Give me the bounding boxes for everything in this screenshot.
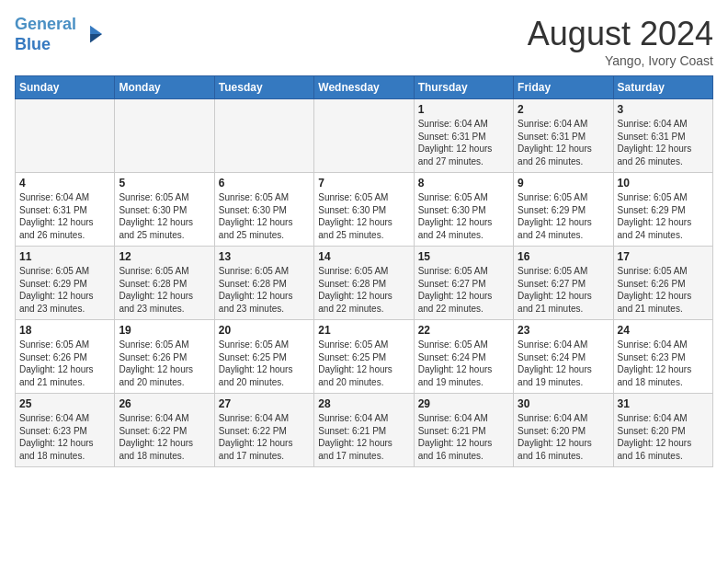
day-number: 23 xyxy=(518,324,609,337)
day-info: Sunrise: 6:05 AM Sunset: 6:26 PM Dayligh… xyxy=(119,339,210,388)
day-info: Sunrise: 6:05 AM Sunset: 6:29 PM Dayligh… xyxy=(518,191,609,241)
calendar-cell: 10Sunrise: 6:05 AM Sunset: 6:29 PM Dayli… xyxy=(613,173,712,247)
day-info: Sunrise: 6:05 AM Sunset: 6:28 PM Dayligh… xyxy=(119,265,210,315)
header-cell-thursday: Thursday xyxy=(414,76,513,99)
location-subtitle: Yango, Ivory Coast xyxy=(528,53,713,68)
day-number: 18 xyxy=(19,324,110,337)
calendar-cell: 20Sunrise: 6:05 AM Sunset: 6:25 PM Dayli… xyxy=(214,320,313,394)
calendar-cell: 4Sunrise: 6:04 AM Sunset: 6:31 PM Daylig… xyxy=(16,173,115,247)
calendar-cell: 23Sunrise: 6:04 AM Sunset: 6:24 PM Dayli… xyxy=(514,320,613,394)
day-info: Sunrise: 6:04 AM Sunset: 6:23 PM Dayligh… xyxy=(618,339,709,388)
month-title: August 2024 xyxy=(528,15,713,53)
calendar-cell: 21Sunrise: 6:05 AM Sunset: 6:25 PM Dayli… xyxy=(314,320,414,394)
day-number: 30 xyxy=(518,397,609,410)
day-number: 21 xyxy=(318,324,409,337)
calendar-week-1: 1Sunrise: 6:04 AM Sunset: 6:31 PM Daylig… xyxy=(16,99,713,173)
day-info: Sunrise: 6:05 AM Sunset: 6:30 PM Dayligh… xyxy=(318,191,409,241)
day-info: Sunrise: 6:04 AM Sunset: 6:20 PM Dayligh… xyxy=(618,412,709,462)
header-cell-saturday: Saturday xyxy=(613,76,712,99)
calendar-week-4: 18Sunrise: 6:05 AM Sunset: 6:26 PM Dayli… xyxy=(16,320,713,394)
day-info: Sunrise: 6:05 AM Sunset: 6:30 PM Dayligh… xyxy=(119,191,210,241)
calendar-cell xyxy=(115,99,214,173)
day-number: 10 xyxy=(618,177,709,190)
calendar-cell: 27Sunrise: 6:04 AM Sunset: 6:22 PM Dayli… xyxy=(214,394,313,467)
svg-marker-0 xyxy=(90,25,102,33)
calendar-table: SundayMondayTuesdayWednesdayThursdayFrid… xyxy=(15,75,713,467)
day-number: 15 xyxy=(418,250,509,263)
calendar-cell: 16Sunrise: 6:05 AM Sunset: 6:27 PM Dayli… xyxy=(514,247,613,320)
day-number: 4 xyxy=(19,177,110,190)
day-number: 8 xyxy=(418,177,509,190)
calendar-cell xyxy=(314,99,414,173)
calendar-cell: 5Sunrise: 6:05 AM Sunset: 6:30 PM Daylig… xyxy=(115,173,214,247)
day-number: 13 xyxy=(219,250,310,263)
calendar-week-2: 4Sunrise: 6:04 AM Sunset: 6:31 PM Daylig… xyxy=(16,173,713,247)
day-info: Sunrise: 6:05 AM Sunset: 6:25 PM Dayligh… xyxy=(219,339,310,388)
day-info: Sunrise: 6:04 AM Sunset: 6:22 PM Dayligh… xyxy=(219,412,310,462)
calendar-cell: 13Sunrise: 6:05 AM Sunset: 6:28 PM Dayli… xyxy=(214,247,313,320)
calendar-cell: 2Sunrise: 6:04 AM Sunset: 6:31 PM Daylig… xyxy=(514,99,613,173)
calendar-cell: 15Sunrise: 6:05 AM Sunset: 6:27 PM Dayli… xyxy=(414,247,513,320)
day-number: 26 xyxy=(119,397,210,410)
day-info: Sunrise: 6:04 AM Sunset: 6:22 PM Dayligh… xyxy=(119,412,210,462)
calendar-body: 1Sunrise: 6:04 AM Sunset: 6:31 PM Daylig… xyxy=(16,99,713,467)
day-number: 11 xyxy=(19,250,110,263)
day-number: 31 xyxy=(618,397,709,410)
day-number: 3 xyxy=(618,103,709,116)
day-info: Sunrise: 6:04 AM Sunset: 6:21 PM Dayligh… xyxy=(318,412,409,462)
calendar-cell: 17Sunrise: 6:05 AM Sunset: 6:26 PM Dayli… xyxy=(613,247,712,320)
day-info: Sunrise: 6:05 AM Sunset: 6:27 PM Dayligh… xyxy=(418,265,509,315)
header-cell-wednesday: Wednesday xyxy=(314,76,414,99)
calendar-cell: 30Sunrise: 6:04 AM Sunset: 6:20 PM Dayli… xyxy=(514,394,613,467)
calendar-cell: 29Sunrise: 6:04 AM Sunset: 6:21 PM Dayli… xyxy=(414,394,513,467)
logo-blue: Blue xyxy=(15,35,51,53)
calendar-cell: 8Sunrise: 6:05 AM Sunset: 6:30 PM Daylig… xyxy=(414,173,513,247)
header-row: SundayMondayTuesdayWednesdayThursdayFrid… xyxy=(16,76,713,99)
day-info: Sunrise: 6:04 AM Sunset: 6:21 PM Dayligh… xyxy=(418,412,509,462)
header-cell-tuesday: Tuesday xyxy=(214,76,313,99)
calendar-cell: 28Sunrise: 6:04 AM Sunset: 6:21 PM Dayli… xyxy=(314,394,414,467)
calendar-cell xyxy=(214,99,313,173)
calendar-cell: 6Sunrise: 6:05 AM Sunset: 6:30 PM Daylig… xyxy=(214,173,313,247)
day-number: 9 xyxy=(518,177,609,190)
day-number: 14 xyxy=(318,250,409,263)
day-info: Sunrise: 6:05 AM Sunset: 6:28 PM Dayligh… xyxy=(318,265,409,315)
day-number: 17 xyxy=(618,250,709,263)
day-info: Sunrise: 6:05 AM Sunset: 6:25 PM Dayligh… xyxy=(318,339,409,388)
calendar-cell: 12Sunrise: 6:05 AM Sunset: 6:28 PM Dayli… xyxy=(115,247,214,320)
day-info: Sunrise: 6:05 AM Sunset: 6:26 PM Dayligh… xyxy=(618,265,709,315)
calendar-cell: 1Sunrise: 6:04 AM Sunset: 6:31 PM Daylig… xyxy=(414,99,513,173)
title-block: August 2024 Yango, Ivory Coast xyxy=(528,15,713,68)
day-info: Sunrise: 6:05 AM Sunset: 6:26 PM Dayligh… xyxy=(19,339,110,388)
day-info: Sunrise: 6:04 AM Sunset: 6:31 PM Dayligh… xyxy=(418,118,509,167)
header-cell-monday: Monday xyxy=(115,76,214,99)
day-number: 6 xyxy=(219,177,310,190)
day-number: 24 xyxy=(618,324,709,337)
day-info: Sunrise: 6:05 AM Sunset: 6:29 PM Dayligh… xyxy=(618,191,709,241)
day-info: Sunrise: 6:05 AM Sunset: 6:28 PM Dayligh… xyxy=(219,265,310,315)
day-number: 2 xyxy=(518,103,609,116)
day-number: 20 xyxy=(219,324,310,337)
page-header: General Blue August 2024 Yango, Ivory Co… xyxy=(15,15,713,68)
day-info: Sunrise: 6:04 AM Sunset: 6:31 PM Dayligh… xyxy=(19,191,110,241)
calendar-cell: 14Sunrise: 6:05 AM Sunset: 6:28 PM Dayli… xyxy=(314,247,414,320)
day-number: 25 xyxy=(19,397,110,410)
calendar-cell: 22Sunrise: 6:05 AM Sunset: 6:24 PM Dayli… xyxy=(414,320,513,394)
day-info: Sunrise: 6:05 AM Sunset: 6:30 PM Dayligh… xyxy=(219,191,310,241)
calendar-cell: 9Sunrise: 6:05 AM Sunset: 6:29 PM Daylig… xyxy=(514,173,613,247)
day-number: 16 xyxy=(518,250,609,263)
calendar-week-3: 11Sunrise: 6:05 AM Sunset: 6:29 PM Dayli… xyxy=(16,247,713,320)
calendar-cell: 24Sunrise: 6:04 AM Sunset: 6:23 PM Dayli… xyxy=(613,320,712,394)
calendar-cell: 25Sunrise: 6:04 AM Sunset: 6:23 PM Dayli… xyxy=(16,394,115,467)
calendar-cell: 19Sunrise: 6:05 AM Sunset: 6:26 PM Dayli… xyxy=(115,320,214,394)
calendar-cell: 26Sunrise: 6:04 AM Sunset: 6:22 PM Dayli… xyxy=(115,394,214,467)
calendar-header: SundayMondayTuesdayWednesdayThursdayFrid… xyxy=(16,76,713,99)
day-info: Sunrise: 6:04 AM Sunset: 6:20 PM Dayligh… xyxy=(518,412,609,462)
header-cell-sunday: Sunday xyxy=(16,76,115,99)
logo: General Blue xyxy=(15,15,104,54)
day-info: Sunrise: 6:05 AM Sunset: 6:29 PM Dayligh… xyxy=(19,265,110,315)
day-info: Sunrise: 6:04 AM Sunset: 6:23 PM Dayligh… xyxy=(19,412,110,462)
svg-marker-1 xyxy=(90,34,102,42)
day-number: 28 xyxy=(318,397,409,410)
logo-icon xyxy=(78,22,104,48)
